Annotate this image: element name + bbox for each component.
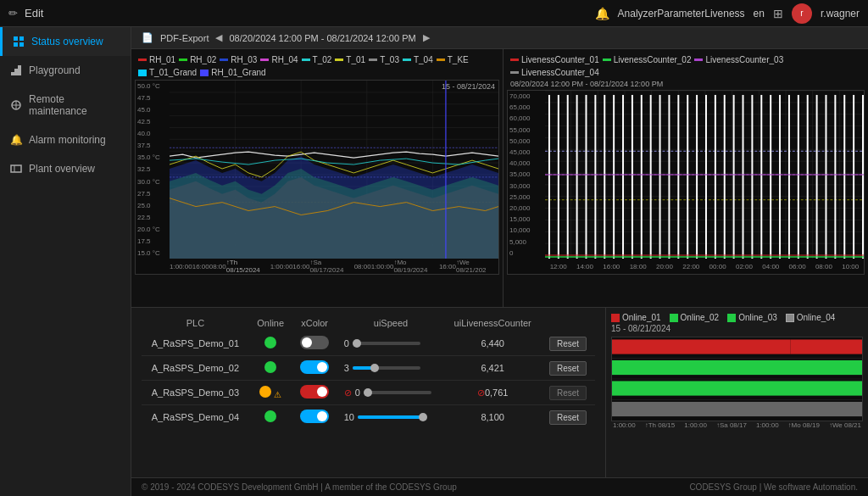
speed-cell: ⊘ 0 [337,381,445,405]
bell-icon[interactable]: 🔔 [595,7,609,20]
legend-tke: T_KE [437,55,469,64]
speed-value: 10 [344,412,354,422]
liveness-value: ⊘0,761 [444,381,541,405]
left-x-axis: 1:00:00 16:00 08:00 ↑Th 08/15/2024 1:00:… [170,259,498,274]
nav-next-arrow[interactable]: ▶ [423,32,430,43]
speed-cell: 0 [337,332,445,356]
chart-left: RH_01 RH_02 RH_03 RH_04 [131,49,504,307]
reset-button[interactable]: Reset [549,386,587,400]
username: r.wagner [821,8,860,20]
toggle-knob [317,387,327,397]
chart-right: LivenessCounter_01 LivenessCounter_02 Li… [504,49,868,307]
col-plc: PLC [142,315,249,332]
edit-icon: ✏ [8,7,18,20]
plc-name: A_RaSPS_Demo_02 [142,356,249,381]
footer-copyright: © 2019 - 2024 CODESYS Development GmbH |… [142,482,457,492]
sidebar-item-status[interactable]: Status overview [0,27,131,56]
liveness-value: 6,421 [444,356,541,381]
plc-name: A_RaSPS_Demo_01 [142,332,249,356]
remote-icon [10,99,22,111]
left-chart-date: 15 - 08/21/2024 [442,82,495,91]
speed-value: 0 [344,338,349,348]
legend-rh03: RH_03 [220,55,257,64]
legend-t03: T_03 [369,55,399,64]
analyzer-label: AnalyzerParameterLiveness [618,8,745,20]
svg-rect-2 [14,42,18,47]
sidebar-item-remote[interactable]: Remote maintenance [0,85,131,125]
speed-slider[interactable] [364,391,431,394]
online-status [249,405,292,430]
legend-online02: Online_02 [670,313,720,322]
top-bar: ✏ Edit 🔔 AnalyzerParameterLiveness en ⊞ … [0,0,868,27]
error-icon-small: ⊘ [477,387,485,398]
right-chart-svg [545,91,864,259]
svg-marker-35 [170,156,498,259]
lang-button[interactable]: en [754,8,765,20]
xcolor-toggle[interactable] [292,405,337,430]
table-row: A_RaSPS_Demo_02 [142,356,595,381]
toggle-on-red[interactable] [300,385,329,398]
svg-rect-104 [612,339,791,354]
grid-icon[interactable]: ⊞ [773,7,783,20]
speed-slider-wrap: 0 [344,338,438,348]
toggle-on[interactable] [300,360,329,374]
nav-prev-arrow[interactable]: ◀ [215,32,222,43]
reset-button[interactable]: Reset [549,410,587,425]
col-online: Online [249,315,292,332]
chart-right-legend: LivenessCounter_01 LivenessCounter_02 Li… [507,53,865,80]
alarm-icon: 🔔 [10,134,22,146]
left-chart-svg [170,81,498,259]
speed-slider[interactable] [353,342,420,345]
sidebar-alarm-label: Alarm monitoring [29,134,106,146]
xcolor-toggle[interactable] [292,332,337,356]
speed-slider[interactable] [358,415,426,419]
right-chart-area: 70,000 65,000 60,000 55,000 50,000 45,00… [507,90,865,275]
plc-name: A_RaSPS_Demo_04 [142,405,249,430]
edit-label: Edit [25,7,43,20]
right-panel-legend: Online_01 Online_02 Online_03 Onlin [611,313,863,322]
xcolor-toggle[interactable] [292,356,337,381]
legend-rh04: RH_04 [260,55,298,64]
error-icon: ⊘ [344,387,352,398]
online-status: ⚠ [249,381,292,405]
toggle-off[interactable] [300,336,329,349]
plant-icon [10,163,22,175]
col-liveness: uiLivenessCounter [444,315,541,332]
svg-rect-106 [612,360,862,375]
plc-table: PLC Online xColor uiSpeed uiLivenessCoun… [142,315,595,429]
reset-button[interactable]: Reset [549,361,587,376]
legend-t02: T_02 [302,55,332,64]
legend-t01grand: T_01_Grand [138,68,197,77]
pdf-bar: 📄 PDF-Export ◀ 08/20/2024 12:00 PM - 08/… [131,27,868,49]
sidebar-playground-label: Playground [29,64,81,76]
svg-rect-107 [612,381,862,395]
plc-name: A_RaSPS_Demo_03 [142,381,249,405]
sidebar-item-plant[interactable]: Plant overview [0,154,131,183]
xcolor-toggle[interactable] [292,381,337,405]
speed-value: 3 [344,363,349,373]
legend-t01: T_01 [335,55,365,64]
toggle-knob [317,362,327,372]
svg-rect-105 [791,339,862,354]
speed-slider-wrap: ⊘ 0 [344,387,438,398]
right-x-axis: 12:00 14:00 16:00 18:00 20:00 22:00 00:0… [545,259,864,274]
speed-slider[interactable] [353,366,420,370]
sidebar-item-playground[interactable]: Playground [0,56,131,85]
reset-button[interactable]: Reset [549,337,587,351]
legend-rh01: RH_01 [138,55,175,64]
sidebar-item-alarm[interactable]: 🔔 Alarm monitoring [0,125,131,154]
legend-lc01: LivenessCounter_01 [510,55,599,64]
gantt-x-axis: 1:00:00 ↑Th 08/15 1:00:00 ↑Sa 08/17 1:00… [611,421,863,429]
online-status [249,356,292,381]
right-panel: Online_01 Online_02 Online_03 Onlin [605,308,868,477]
speed-slider-wrap: 10 [344,412,438,422]
pdf-date-range: 08/20/2024 12:00 PM - 08/21/2024 12:00 P… [229,33,415,43]
pdf-export-link[interactable]: PDF-Export [160,33,209,43]
online-dot-green [264,410,276,422]
status-icon [13,36,25,47]
svg-rect-108 [612,402,862,416]
toggle-on[interactable] [300,410,329,423]
online-status [249,332,292,356]
sidebar-status-label: Status overview [31,36,103,47]
toggle-knob [317,411,327,421]
